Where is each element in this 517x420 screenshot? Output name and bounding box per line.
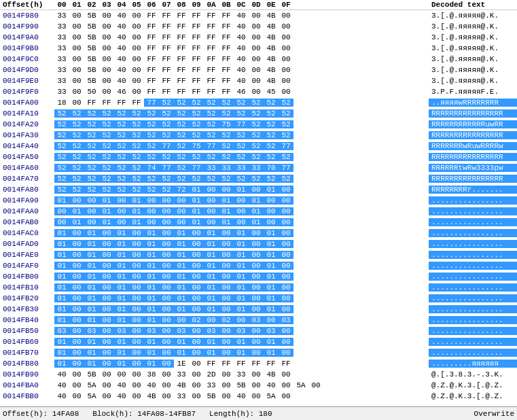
byte-cell[interactable]: 00 bbox=[159, 360, 174, 368]
byte-cell[interactable]: 01 bbox=[84, 262, 99, 270]
byte-cell[interactable]: 00 bbox=[99, 349, 114, 357]
byte-cell[interactable]: 33 bbox=[54, 12, 69, 20]
byte-cell[interactable]: 52 bbox=[174, 131, 189, 139]
byte-cell[interactable]: 00 bbox=[279, 305, 293, 313]
byte-cell[interactable]: 03 bbox=[84, 327, 99, 335]
byte-cell[interactable]: 01 bbox=[189, 207, 204, 215]
byte-cell[interactable]: 33 bbox=[54, 22, 69, 31]
byte-cell[interactable]: 5B bbox=[84, 44, 99, 52]
byte-cell[interactable]: 01 bbox=[264, 305, 279, 313]
byte-cell[interactable]: 4B bbox=[264, 22, 279, 31]
byte-cell[interactable]: 00 bbox=[219, 349, 234, 357]
byte-cell[interactable]: 00 bbox=[129, 381, 144, 389]
byte-cell[interactable]: 00 bbox=[54, 207, 69, 215]
byte-cell[interactable]: 00 bbox=[279, 273, 293, 281]
byte-cell[interactable]: 01 bbox=[234, 262, 249, 270]
byte-cell[interactable]: 01 bbox=[249, 196, 264, 205]
byte-cell[interactable]: 2D bbox=[204, 370, 219, 379]
table-row[interactable]: 0014FB8001000100010001001E00FFFFFFFFFFFF… bbox=[0, 358, 517, 369]
byte-cell[interactable]: 4B bbox=[264, 66, 279, 74]
byte-cell[interactable]: 01 bbox=[84, 316, 99, 324]
byte-cell[interactable]: 40 bbox=[114, 392, 129, 400]
byte-cell[interactable]: 00 bbox=[144, 218, 159, 226]
byte-cell[interactable]: 52 bbox=[159, 131, 174, 139]
byte-cell[interactable]: 01 bbox=[114, 283, 129, 292]
table-row[interactable]: 0014FA1052525252525252525252525252525252… bbox=[0, 108, 517, 119]
table-row[interactable]: 0014F99033005B004000FFFFFFFFFFFF40004B00… bbox=[0, 21, 517, 32]
byte-cell[interactable]: 00 bbox=[69, 22, 84, 31]
byte-cell[interactable]: 00 bbox=[84, 207, 99, 215]
byte-cell[interactable]: 01 bbox=[144, 360, 159, 368]
byte-cell[interactable]: FF bbox=[219, 33, 234, 41]
byte-cell[interactable]: 52 bbox=[114, 142, 129, 150]
byte-cell[interactable]: 5B bbox=[84, 66, 99, 74]
byte-cell[interactable]: 00 bbox=[279, 251, 293, 259]
byte-cell[interactable]: 00 bbox=[99, 33, 114, 41]
byte-cell[interactable]: 03 bbox=[234, 327, 249, 335]
byte-cell[interactable]: 01 bbox=[84, 305, 99, 313]
byte-cell[interactable]: 00 bbox=[159, 349, 174, 357]
byte-cell[interactable]: 01 bbox=[99, 196, 114, 205]
byte-cell[interactable]: 77 bbox=[159, 142, 174, 150]
byte-cell[interactable]: 5B bbox=[84, 12, 99, 20]
byte-cell[interactable]: 52 bbox=[159, 153, 174, 161]
byte-cell[interactable]: 01 bbox=[234, 283, 249, 292]
byte-cell[interactable]: 00 bbox=[69, 88, 84, 96]
byte-cell[interactable]: 01 bbox=[54, 305, 69, 313]
byte-cell[interactable]: FF bbox=[204, 55, 219, 63]
byte-cell[interactable]: 4B bbox=[264, 44, 279, 52]
byte-cell[interactable]: 33 bbox=[219, 164, 234, 172]
byte-cell[interactable]: FF bbox=[144, 66, 159, 74]
byte-cell[interactable]: 00 bbox=[129, 66, 144, 74]
byte-cell[interactable]: 01 bbox=[204, 294, 219, 302]
byte-cell[interactable]: 00 bbox=[204, 196, 219, 205]
table-row[interactable]: 0014FBB040005A0040004B0033005B0040005A00… bbox=[0, 391, 517, 402]
byte-cell[interactable]: 00 bbox=[69, 305, 84, 313]
table-row[interactable]: 0014F9B033005B004000FFFFFFFFFFFF40004B00… bbox=[0, 43, 517, 54]
byte-cell[interactable]: 00 bbox=[129, 327, 144, 335]
byte-cell[interactable]: 00 bbox=[129, 229, 144, 237]
byte-cell[interactable]: 00 bbox=[159, 251, 174, 259]
byte-cell[interactable]: 00 bbox=[129, 44, 144, 52]
byte-cell[interactable]: 52 bbox=[204, 99, 219, 107]
hex-rows-container[interactable]: 0014F98033005B004000FFFFFFFFFFFF40004B00… bbox=[0, 10, 517, 406]
byte-cell[interactable]: FF bbox=[234, 360, 249, 368]
byte-cell[interactable]: 01 bbox=[114, 240, 129, 248]
byte-cell[interactable]: 33 bbox=[204, 164, 219, 172]
byte-cell[interactable]: 52 bbox=[99, 186, 114, 194]
byte-cell[interactable]: 52 bbox=[234, 109, 249, 118]
byte-cell[interactable]: FF bbox=[204, 360, 219, 368]
byte-cell[interactable]: FF bbox=[159, 66, 174, 74]
byte-cell[interactable]: 52 bbox=[189, 153, 204, 161]
byte-cell[interactable]: 00 bbox=[264, 207, 279, 215]
byte-cell[interactable]: 33 bbox=[54, 66, 69, 74]
byte-cell[interactable]: 00 bbox=[279, 77, 293, 85]
byte-cell[interactable]: 52 bbox=[249, 109, 264, 118]
byte-cell[interactable]: 01 bbox=[144, 316, 159, 324]
byte-cell[interactable]: 00 bbox=[234, 218, 249, 226]
byte-cell[interactable]: 5A bbox=[84, 381, 99, 389]
byte-cell[interactable]: 00 bbox=[69, 33, 84, 41]
byte-cell[interactable]: 00 bbox=[99, 370, 114, 379]
byte-cell[interactable]: 01 bbox=[129, 218, 144, 226]
byte-cell[interactable]: 00 bbox=[69, 12, 84, 20]
byte-cell[interactable]: 01 bbox=[174, 283, 189, 292]
byte-cell[interactable]: 52 bbox=[69, 142, 84, 150]
byte-cell[interactable]: 01 bbox=[174, 305, 189, 313]
byte-cell[interactable]: 00 bbox=[189, 338, 204, 346]
byte-cell[interactable]: 00 bbox=[279, 229, 293, 237]
byte-cell[interactable]: 01 bbox=[174, 262, 189, 270]
byte-cell[interactable]: 00 bbox=[249, 251, 264, 259]
byte-cell[interactable]: 00 bbox=[69, 392, 84, 400]
byte-cell[interactable]: 52 bbox=[144, 175, 159, 183]
byte-cell[interactable]: FF bbox=[99, 99, 114, 107]
byte-cell[interactable]: 00 bbox=[189, 251, 204, 259]
byte-cell[interactable]: 00 bbox=[219, 392, 234, 400]
table-row[interactable]: 0014FAC001000100010001000100010001000100… bbox=[0, 228, 517, 239]
byte-cell[interactable]: FF bbox=[264, 360, 279, 368]
byte-cell[interactable]: 52 bbox=[144, 109, 159, 118]
byte-cell[interactable]: 52 bbox=[99, 109, 114, 118]
byte-cell[interactable]: 33 bbox=[249, 164, 264, 172]
byte-cell[interactable]: 00 bbox=[99, 283, 114, 292]
byte-cell[interactable]: 01 bbox=[249, 207, 264, 215]
